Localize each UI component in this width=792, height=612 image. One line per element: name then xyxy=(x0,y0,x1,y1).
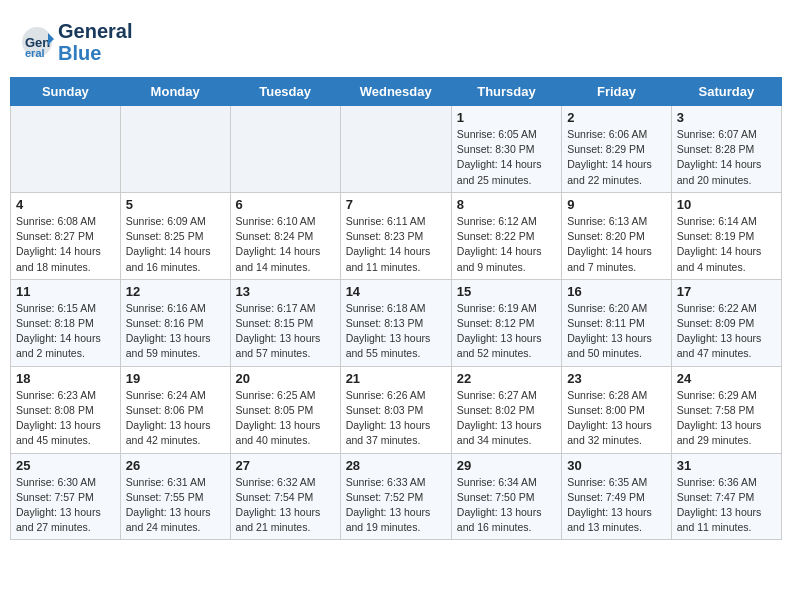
day-number: 16 xyxy=(567,284,666,299)
calendar-cell: 10Sunrise: 6:14 AMSunset: 8:19 PMDayligh… xyxy=(671,192,781,279)
day-number: 29 xyxy=(457,458,556,473)
calendar-cell: 11Sunrise: 6:15 AMSunset: 8:18 PMDayligh… xyxy=(11,279,121,366)
calendar-cell: 15Sunrise: 6:19 AMSunset: 8:12 PMDayligh… xyxy=(451,279,561,366)
day-number: 28 xyxy=(346,458,446,473)
calendar-cell: 29Sunrise: 6:34 AMSunset: 7:50 PMDayligh… xyxy=(451,453,561,540)
day-info: Sunrise: 6:06 AMSunset: 8:29 PMDaylight:… xyxy=(567,127,666,188)
calendar-day-header: Thursday xyxy=(451,78,561,106)
day-info: Sunrise: 6:26 AMSunset: 8:03 PMDaylight:… xyxy=(346,388,446,449)
day-number: 4 xyxy=(16,197,115,212)
calendar-cell: 28Sunrise: 6:33 AMSunset: 7:52 PMDayligh… xyxy=(340,453,451,540)
day-info: Sunrise: 6:35 AMSunset: 7:49 PMDaylight:… xyxy=(567,475,666,536)
calendar-day-header: Wednesday xyxy=(340,78,451,106)
day-number: 9 xyxy=(567,197,666,212)
calendar-cell xyxy=(230,106,340,193)
calendar-day-header: Sunday xyxy=(11,78,121,106)
calendar-cell: 20Sunrise: 6:25 AMSunset: 8:05 PMDayligh… xyxy=(230,366,340,453)
day-number: 8 xyxy=(457,197,556,212)
day-info: Sunrise: 6:09 AMSunset: 8:25 PMDaylight:… xyxy=(126,214,225,275)
day-info: Sunrise: 6:14 AMSunset: 8:19 PMDaylight:… xyxy=(677,214,776,275)
day-number: 12 xyxy=(126,284,225,299)
day-number: 31 xyxy=(677,458,776,473)
day-number: 18 xyxy=(16,371,115,386)
calendar-day-header: Saturday xyxy=(671,78,781,106)
logo-name: GeneralBlue xyxy=(58,20,132,64)
calendar-cell: 6Sunrise: 6:10 AMSunset: 8:24 PMDaylight… xyxy=(230,192,340,279)
day-number: 20 xyxy=(236,371,335,386)
calendar-week-row: 25Sunrise: 6:30 AMSunset: 7:57 PMDayligh… xyxy=(11,453,782,540)
day-number: 11 xyxy=(16,284,115,299)
calendar-cell: 21Sunrise: 6:26 AMSunset: 8:03 PMDayligh… xyxy=(340,366,451,453)
day-info: Sunrise: 6:07 AMSunset: 8:28 PMDaylight:… xyxy=(677,127,776,188)
day-number: 3 xyxy=(677,110,776,125)
day-info: Sunrise: 6:30 AMSunset: 7:57 PMDaylight:… xyxy=(16,475,115,536)
calendar-day-header: Tuesday xyxy=(230,78,340,106)
day-number: 22 xyxy=(457,371,556,386)
calendar-table: SundayMondayTuesdayWednesdayThursdayFrid… xyxy=(10,77,782,540)
calendar-cell xyxy=(11,106,121,193)
day-info: Sunrise: 6:36 AMSunset: 7:47 PMDaylight:… xyxy=(677,475,776,536)
calendar-cell: 14Sunrise: 6:18 AMSunset: 8:13 PMDayligh… xyxy=(340,279,451,366)
calendar-cell: 27Sunrise: 6:32 AMSunset: 7:54 PMDayligh… xyxy=(230,453,340,540)
calendar-cell: 31Sunrise: 6:36 AMSunset: 7:47 PMDayligh… xyxy=(671,453,781,540)
calendar-header-row: SundayMondayTuesdayWednesdayThursdayFrid… xyxy=(11,78,782,106)
day-number: 23 xyxy=(567,371,666,386)
calendar-week-row: 4Sunrise: 6:08 AMSunset: 8:27 PMDaylight… xyxy=(11,192,782,279)
day-info: Sunrise: 6:32 AMSunset: 7:54 PMDaylight:… xyxy=(236,475,335,536)
calendar-cell: 17Sunrise: 6:22 AMSunset: 8:09 PMDayligh… xyxy=(671,279,781,366)
calendar-cell: 1Sunrise: 6:05 AMSunset: 8:30 PMDaylight… xyxy=(451,106,561,193)
calendar-cell: 30Sunrise: 6:35 AMSunset: 7:49 PMDayligh… xyxy=(562,453,672,540)
calendar-cell: 26Sunrise: 6:31 AMSunset: 7:55 PMDayligh… xyxy=(120,453,230,540)
svg-text:eral: eral xyxy=(25,47,45,59)
calendar-cell: 7Sunrise: 6:11 AMSunset: 8:23 PMDaylight… xyxy=(340,192,451,279)
day-number: 24 xyxy=(677,371,776,386)
calendar-day-header: Monday xyxy=(120,78,230,106)
calendar-cell: 23Sunrise: 6:28 AMSunset: 8:00 PMDayligh… xyxy=(562,366,672,453)
day-info: Sunrise: 6:15 AMSunset: 8:18 PMDaylight:… xyxy=(16,301,115,362)
calendar-cell: 3Sunrise: 6:07 AMSunset: 8:28 PMDaylight… xyxy=(671,106,781,193)
day-number: 13 xyxy=(236,284,335,299)
day-info: Sunrise: 6:22 AMSunset: 8:09 PMDaylight:… xyxy=(677,301,776,362)
day-number: 6 xyxy=(236,197,335,212)
day-info: Sunrise: 6:16 AMSunset: 8:16 PMDaylight:… xyxy=(126,301,225,362)
day-info: Sunrise: 6:34 AMSunset: 7:50 PMDaylight:… xyxy=(457,475,556,536)
day-number: 15 xyxy=(457,284,556,299)
day-info: Sunrise: 6:10 AMSunset: 8:24 PMDaylight:… xyxy=(236,214,335,275)
day-info: Sunrise: 6:05 AMSunset: 8:30 PMDaylight:… xyxy=(457,127,556,188)
day-number: 1 xyxy=(457,110,556,125)
calendar-cell: 25Sunrise: 6:30 AMSunset: 7:57 PMDayligh… xyxy=(11,453,121,540)
day-number: 2 xyxy=(567,110,666,125)
day-info: Sunrise: 6:23 AMSunset: 8:08 PMDaylight:… xyxy=(16,388,115,449)
logo: Gen eral GeneralBlue xyxy=(20,20,132,64)
day-info: Sunrise: 6:17 AMSunset: 8:15 PMDaylight:… xyxy=(236,301,335,362)
calendar-cell: 5Sunrise: 6:09 AMSunset: 8:25 PMDaylight… xyxy=(120,192,230,279)
day-number: 19 xyxy=(126,371,225,386)
calendar-cell: 16Sunrise: 6:20 AMSunset: 8:11 PMDayligh… xyxy=(562,279,672,366)
calendar-week-row: 18Sunrise: 6:23 AMSunset: 8:08 PMDayligh… xyxy=(11,366,782,453)
calendar-cell xyxy=(340,106,451,193)
calendar-cell: 13Sunrise: 6:17 AMSunset: 8:15 PMDayligh… xyxy=(230,279,340,366)
day-info: Sunrise: 6:29 AMSunset: 7:58 PMDaylight:… xyxy=(677,388,776,449)
calendar-cell: 22Sunrise: 6:27 AMSunset: 8:02 PMDayligh… xyxy=(451,366,561,453)
calendar-day-header: Friday xyxy=(562,78,672,106)
calendar-cell: 24Sunrise: 6:29 AMSunset: 7:58 PMDayligh… xyxy=(671,366,781,453)
day-number: 30 xyxy=(567,458,666,473)
day-info: Sunrise: 6:13 AMSunset: 8:20 PMDaylight:… xyxy=(567,214,666,275)
calendar-cell: 18Sunrise: 6:23 AMSunset: 8:08 PMDayligh… xyxy=(11,366,121,453)
day-number: 10 xyxy=(677,197,776,212)
day-info: Sunrise: 6:33 AMSunset: 7:52 PMDaylight:… xyxy=(346,475,446,536)
calendar-cell xyxy=(120,106,230,193)
day-info: Sunrise: 6:24 AMSunset: 8:06 PMDaylight:… xyxy=(126,388,225,449)
day-info: Sunrise: 6:20 AMSunset: 8:11 PMDaylight:… xyxy=(567,301,666,362)
day-info: Sunrise: 6:28 AMSunset: 8:00 PMDaylight:… xyxy=(567,388,666,449)
calendar-cell: 8Sunrise: 6:12 AMSunset: 8:22 PMDaylight… xyxy=(451,192,561,279)
day-number: 27 xyxy=(236,458,335,473)
day-info: Sunrise: 6:19 AMSunset: 8:12 PMDaylight:… xyxy=(457,301,556,362)
day-info: Sunrise: 6:12 AMSunset: 8:22 PMDaylight:… xyxy=(457,214,556,275)
calendar-cell: 2Sunrise: 6:06 AMSunset: 8:29 PMDaylight… xyxy=(562,106,672,193)
calendar-cell: 9Sunrise: 6:13 AMSunset: 8:20 PMDaylight… xyxy=(562,192,672,279)
day-number: 17 xyxy=(677,284,776,299)
calendar-cell: 19Sunrise: 6:24 AMSunset: 8:06 PMDayligh… xyxy=(120,366,230,453)
day-info: Sunrise: 6:31 AMSunset: 7:55 PMDaylight:… xyxy=(126,475,225,536)
calendar-week-row: 11Sunrise: 6:15 AMSunset: 8:18 PMDayligh… xyxy=(11,279,782,366)
